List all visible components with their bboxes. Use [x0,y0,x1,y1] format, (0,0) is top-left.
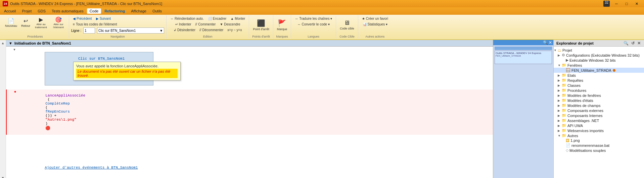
code-body: ▼ Clic sur BTN_SansNom1 Si Erreur : par … [6,47,493,175]
explorer-close-button[interactable]: ✕ [637,41,641,46]
tree-item-1png[interactable]: ▶ 🖼 1.png [554,138,644,143]
expand-api-uwa[interactable]: ▶ [558,124,562,127]
expand-procedures[interactable]: ▶ [558,89,562,92]
aller-element-button[interactable]: 🎯 Aller sur l'élément [50,16,67,30]
element-dropdown[interactable]: Clic sur BTN_SansNom1 ▼ [97,27,164,34]
tree-item-modelisations[interactable]: ▶ ◇ Modélisations souples [554,148,644,153]
explorer-refresh-button[interactable]: ↺ [631,41,635,46]
decomment-icon: // [199,28,201,32]
ligne-input[interactable] [83,27,95,34]
expand-etats[interactable]: ▶ [558,74,562,77]
traduire-button[interactable]: ↔ Traduire les chaînes ▾ [293,16,334,21]
tree-item-bat[interactable]: ▶ 📄 renommerenmasse.bat [554,143,644,148]
menu-refactoring[interactable]: Refactoring [102,8,128,14]
tree-item-classes[interactable]: ▶ 📁 Classes [554,83,644,88]
xy-button[interactable]: x=y − y=x [226,27,243,33]
tree-item-webservices[interactable]: ▶ 📁 Webservices importés [554,128,644,133]
expand-projet[interactable]: ▼ [554,49,558,52]
tree-label-modelisations: Modélisations souples [569,149,606,153]
tree-item-etats[interactable]: ▶ 📁 Etats [554,73,644,78]
statistiques-button[interactable]: 📊 Statistiques ▾ [361,22,389,27]
expand-webservices[interactable]: ▶ [558,129,562,132]
code-cible-button[interactable]: 🖥 Code cible [338,18,356,31]
decomment-button[interactable]: // Décommenter [198,27,225,33]
tree-item-executable[interactable]: ▶ ▶ Exécutable Windows 32 bits [554,58,644,63]
tree-item-autres[interactable]: ▼ 📁 Autres [554,133,644,138]
tree-label-modeles-champs: Modèles de champs [567,104,600,108]
code-line-1-content[interactable]: LanceAppliAssociée ( ComplèteRep ( fRepE… [17,90,493,135]
collapse-icon[interactable]: ▼ [9,41,12,45]
add-event-link[interactable]: Ajouter d'autres événements à BTN_SansNo… [45,166,138,170]
expand-fenetres[interactable]: ▼ [558,64,562,67]
tree-item-modeles-champs[interactable]: ▶ 📁 Modèles de champs [554,103,644,108]
indenter-button[interactable]: ↵ Indenter [174,22,193,27]
encadrer-button[interactable]: ⬜ Encadrer [206,16,228,21]
expand-autres[interactable]: ▼ [558,134,562,137]
expand-composants-ext[interactable]: ▶ [558,109,562,112]
maximize-button[interactable]: □ [622,1,631,7]
expand-icon-1[interactable]: ▼ [13,48,16,51]
folder-icon-procedures: 📁 [562,88,566,93]
tree-item-modeles-fenetres[interactable]: ▶ 📁 Modèles de fenêtres [554,93,644,98]
expand-modeles-fenetres[interactable]: ▶ [558,94,562,97]
nav-row2: ≡ Tous les codes de l'élément [71,22,164,27]
monter-button[interactable]: ▲ Monter [229,16,247,21]
tree-item-composants-ext[interactable]: ▶ 📁 Composants externes [554,108,644,113]
menu-projet[interactable]: Projet [19,8,34,14]
expand-modeles-etats[interactable]: ▶ [558,99,562,102]
folder-icon-fenetres: 📁 [562,63,566,67]
menu-gds[interactable]: GDS [35,8,48,14]
menu-accueil[interactable]: Accueil [1,8,18,14]
code-header-text: Initialisation de BTN_SansNom1 [14,41,71,45]
expand-modeles-champs[interactable]: ▶ [558,104,562,107]
gutter-arrow-down[interactable]: ▼ [1,176,5,178]
desindenter-label: Désindenter [177,28,195,32]
close-button[interactable]: ✕ [632,1,641,7]
tree-item-fenetres[interactable]: ▼ 📁 Fenêtres [554,63,644,68]
code-section: ▲ ▼ ▼ Initialisation de BTN_SansNom1 ▼ [0,40,553,178]
info-icon-search[interactable]: 🔍 [543,40,548,45]
marque-button[interactable]: 🚩 Marque [275,18,289,32]
gutter-arrow-up[interactable]: ▲ [1,41,5,45]
menu-outils[interactable]: Outils [150,8,165,14]
convertir-button[interactable]: ↔ Convertir le code ▾ [296,22,331,27]
tree-item-composants-int[interactable]: ▶ 📁 Composants Internes [554,113,644,118]
reindentation-button[interactable]: ↔ Réindentation auto. [169,16,205,21]
info-icon-close[interactable]: ✕ [549,40,552,45]
precedent-button[interactable]: ◀ Précédent [71,16,94,21]
expand-composants-int[interactable]: ▶ [558,114,562,117]
expand-modelisations: ▶ [562,149,566,152]
commenter-button[interactable]: // Commenter [194,22,218,27]
tous-codes-button[interactable]: ≡ Tous les codes de l'élément [71,22,119,27]
folder-icon-projet: 🗂 [558,48,561,52]
point-arret-button[interactable]: ⬛ Point d'arrêt [251,18,271,32]
nouveau-button[interactable]: 📄 Nouveau [3,17,19,28]
descendre-button[interactable]: ▼ Descendre [218,22,242,27]
expand-1png: ▶ [562,139,566,142]
aller-traitement-button[interactable]: ▶ Aller au traitement [33,16,49,30]
menu-tests[interactable]: Tests automatiques [49,8,86,14]
tree-item-api-uwa[interactable]: ▶ 📁 API UWA [554,123,644,128]
tree-item-requetes[interactable]: ▶ 📁 Requêtes [554,78,644,83]
tree-item-assemblages[interactable]: ▶ 📁 Assemblages .NET [554,118,644,123]
expand-requetes[interactable]: ▶ [558,79,562,82]
menu-affichage[interactable]: Affichage [128,8,149,14]
title-bar-text: Outils STRADA - WINDEV 24 Express - [FEN… [10,2,162,6]
menu-code[interactable]: Code [87,8,101,14]
expand-assemblages[interactable]: ▶ [558,119,562,122]
tree-item-modeles-etats[interactable]: ▶ 📁 Modèles d'états [554,98,644,103]
expand-configs[interactable]: ▶ [558,54,562,57]
explorer-search-button[interactable]: 🔍 [623,41,629,46]
tree-item-projet[interactable]: ▼ 🗂 Projet [554,48,644,53]
folder-icon-modeles-fenetres: 📁 [562,93,566,98]
expand-executable: ▶ [562,59,566,62]
minimize-button[interactable]: ─ [612,1,621,7]
suivant-button[interactable]: ▶ Suivant [94,16,112,21]
desindenter-button[interactable]: ↲ Désindenter [172,27,197,33]
tree-item-configs[interactable]: ▶ ⚙ Configurations (Exécutable Windows 3… [554,53,644,58]
creer-favori-button[interactable]: ★ Créer un favori [360,16,390,21]
retour-button[interactable]: ↩ Retour [19,17,32,28]
tree-item-procedures[interactable]: ▶ 📁 Procédures [554,88,644,93]
expand-classes[interactable]: ▶ [558,84,562,87]
tree-item-fen-utilitaire[interactable]: ▶ 🪟 FEN_Utilitaire_STRADA [554,68,644,73]
